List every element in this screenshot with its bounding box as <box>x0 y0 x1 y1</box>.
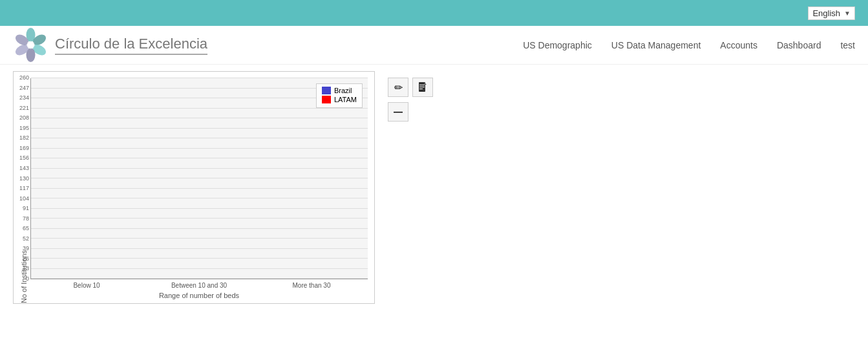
y-tick-221: 221 <box>19 105 29 111</box>
y-tick-169: 169 <box>19 145 29 151</box>
chart-plot-area: 0132639526578911041171301431561691821952… <box>30 78 368 279</box>
y-tick-208: 208 <box>19 114 29 121</box>
minus-button[interactable]: — <box>388 102 408 122</box>
legend-brazil-color <box>322 87 331 94</box>
language-arrow: ▼ <box>844 10 851 17</box>
legend-latam-label: LATAM <box>334 96 357 103</box>
chart-legend: Brazil LATAM <box>316 83 363 108</box>
y-tick-182: 182 <box>19 134 29 141</box>
file-icon <box>418 81 428 93</box>
chart-wrapper: No of Institutions 013263952657891104117… <box>20 78 368 303</box>
logo-text: Círculo de la Excelencia <box>55 36 207 55</box>
side-tools: ✏ — <box>388 71 433 304</box>
legend-latam: LATAM <box>322 96 357 103</box>
y-tick-130: 130 <box>19 175 29 182</box>
y-tick-156: 156 <box>19 155 29 161</box>
x-label-1: Between 10 and 30 <box>143 279 255 289</box>
svg-rect-10 <box>419 89 423 89</box>
file-button[interactable] <box>412 78 433 97</box>
x-axis-title: Range of number of beds <box>30 289 368 303</box>
language-selector[interactable]: English ▼ <box>808 6 855 20</box>
logo-icon <box>13 27 48 63</box>
y-tick-234: 234 <box>19 94 29 101</box>
y-tick-52: 52 <box>23 235 29 242</box>
nav-accounts[interactable]: Accounts <box>720 40 757 50</box>
legend-brazil-label: Brazil <box>334 87 352 94</box>
top-bar: English ▼ <box>0 0 868 26</box>
y-tick-104: 104 <box>19 195 29 202</box>
svg-point-6 <box>27 41 35 49</box>
y-tick-0: 0 <box>26 275 29 282</box>
language-label: English <box>812 8 840 18</box>
chart-container: No of Institutions 013263952657891104117… <box>13 71 375 304</box>
svg-marker-11 <box>424 82 427 85</box>
y-tick-13: 13 <box>23 265 29 272</box>
x-axis-labels: Below 10Between 10 and 30More than 30 <box>30 279 368 289</box>
chart-inner: 0132639526578911041171301431561691821952… <box>30 78 368 303</box>
nav-us-data-management[interactable]: US Data Management <box>611 40 701 50</box>
nav-links: US Demographic US Data Management Accoun… <box>523 40 855 50</box>
nav-test[interactable]: test <box>840 40 855 50</box>
y-tick-65: 65 <box>23 225 29 231</box>
x-label-0: Below 10 <box>30 279 143 289</box>
y-tick-117: 117 <box>19 185 29 191</box>
y-tick-195: 195 <box>19 125 29 131</box>
edit-button[interactable]: ✏ <box>388 78 408 97</box>
legend-latam-color <box>322 96 331 103</box>
nav-us-demographic[interactable]: US Demographic <box>523 40 592 50</box>
tool-row-top: ✏ <box>388 78 433 97</box>
svg-rect-8 <box>419 85 425 85</box>
x-label-2: More than 30 <box>255 279 368 289</box>
logo-area: Círculo de la Excelencia <box>13 27 207 63</box>
bars-area <box>31 78 368 279</box>
y-tick-247: 247 <box>19 85 29 91</box>
nav-bar: Círculo de la Excelencia US Demographic … <box>0 26 868 65</box>
tool-row-bottom: — <box>388 102 433 122</box>
y-tick-143: 143 <box>19 165 29 171</box>
legend-brazil: Brazil <box>322 87 357 94</box>
y-tick-39: 39 <box>23 245 29 251</box>
y-tick-91: 91 <box>23 205 29 211</box>
y-tick-260: 260 <box>19 74 29 81</box>
nav-dashboard[interactable]: Dashboard <box>777 40 821 50</box>
main-content: No of Institutions 013263952657891104117… <box>0 65 868 310</box>
svg-rect-9 <box>419 87 425 87</box>
y-tick-78: 78 <box>23 215 29 222</box>
y-tick-26: 26 <box>23 255 29 262</box>
